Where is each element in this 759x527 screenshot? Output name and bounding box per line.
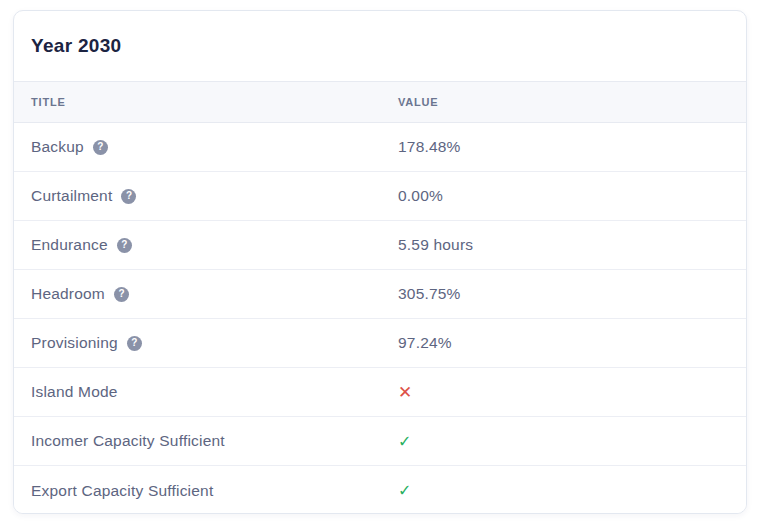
row-value: 305.75% — [398, 285, 461, 303]
row-title-cell: Curtailment ? — [14, 187, 398, 205]
row-title: Island Mode — [31, 383, 118, 401]
row-value: 178.48% — [398, 138, 461, 156]
help-icon[interactable]: ? — [93, 140, 108, 155]
page-title: Year 2030 — [31, 35, 121, 57]
row-value: 0.00% — [398, 187, 443, 205]
help-icon[interactable]: ? — [117, 238, 132, 253]
row-value-cell: ✓ — [398, 481, 746, 500]
row-title: Export Capacity Sufficient — [31, 482, 213, 500]
row-value: 5.59 hours — [398, 236, 473, 254]
row-value-cell: 5.59 hours — [398, 236, 746, 254]
row-value-cell: 97.24% — [398, 334, 746, 352]
cross-icon: ✕ — [398, 382, 412, 403]
row-value-cell: 0.00% — [398, 187, 746, 205]
row-title-cell: Island Mode — [14, 383, 398, 401]
column-header-title: TITLE — [14, 96, 398, 108]
year-summary-card: Year 2030 TITLE VALUE Backup ? 178.48% C… — [13, 10, 747, 514]
table-body: Backup ? 178.48% Curtailment ? 0.00% End… — [14, 123, 746, 514]
row-value-cell: ✕ — [398, 382, 746, 403]
help-icon[interactable]: ? — [121, 189, 136, 204]
check-icon: ✓ — [398, 432, 412, 451]
row-title-cell: Endurance ? — [14, 236, 398, 254]
row-title-cell: Provisioning ? — [14, 334, 398, 352]
row-title: Headroom — [31, 285, 105, 303]
column-header-value: VALUE — [398, 96, 746, 108]
row-title: Provisioning — [31, 334, 118, 352]
row-title: Incomer Capacity Sufficient — [31, 432, 225, 450]
table-row: Curtailment ? 0.00% — [14, 172, 746, 221]
table-header: TITLE VALUE — [14, 81, 746, 123]
row-value-cell: 305.75% — [398, 285, 746, 303]
row-title: Backup — [31, 138, 84, 156]
check-icon: ✓ — [398, 481, 412, 500]
table-row: Island Mode ✕ — [14, 368, 746, 417]
row-title-cell: Headroom ? — [14, 285, 398, 303]
row-title-cell: Incomer Capacity Sufficient — [14, 432, 398, 450]
table-row: Provisioning ? 97.24% — [14, 319, 746, 368]
row-title-cell: Backup ? — [14, 138, 398, 156]
card-header: Year 2030 — [14, 11, 746, 81]
help-icon[interactable]: ? — [114, 287, 129, 302]
table-row: Export Capacity Sufficient ✓ — [14, 466, 746, 514]
row-value: 97.24% — [398, 334, 452, 352]
table-row: Endurance ? 5.59 hours — [14, 221, 746, 270]
help-icon[interactable]: ? — [127, 336, 142, 351]
row-value-cell: ✓ — [398, 432, 746, 451]
table-row: Headroom ? 305.75% — [14, 270, 746, 319]
table-row: Backup ? 178.48% — [14, 123, 746, 172]
row-title-cell: Export Capacity Sufficient — [14, 482, 398, 500]
row-value-cell: 178.48% — [398, 138, 746, 156]
table-row: Incomer Capacity Sufficient ✓ — [14, 417, 746, 466]
row-title: Endurance — [31, 236, 108, 254]
row-title: Curtailment — [31, 187, 112, 205]
